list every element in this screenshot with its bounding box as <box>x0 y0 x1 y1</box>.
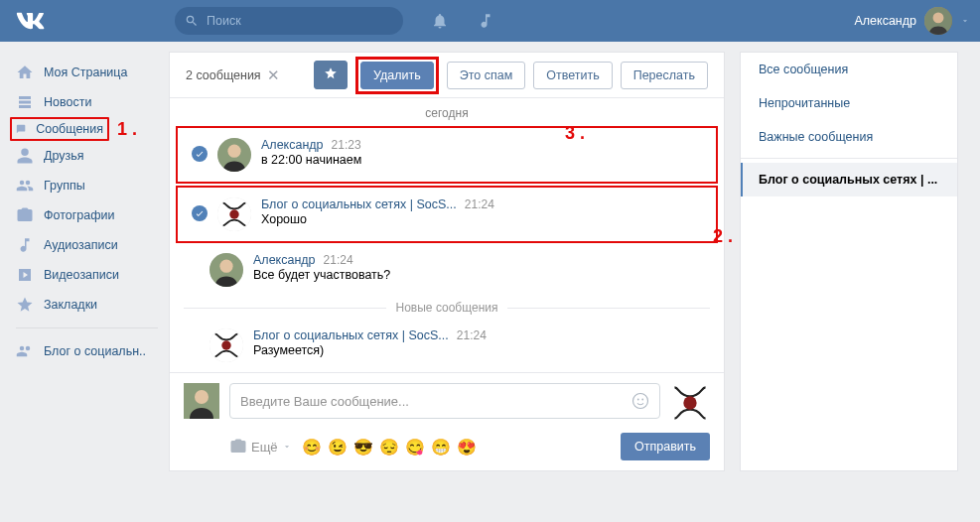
notifications-icon[interactable] <box>431 12 449 30</box>
annotation-1: 1 . <box>117 120 137 138</box>
svg-point-1 <box>933 12 944 23</box>
spam-button[interactable]: Это спам <box>447 62 526 89</box>
attach-button[interactable]: Ещё <box>229 438 292 456</box>
filter-all[interactable]: Все сообщения <box>741 53 957 86</box>
check-icon <box>192 146 208 162</box>
chat-panel: 2 сообщения ✕ Удалить Это спам Ответить … <box>169 52 725 471</box>
message-author[interactable]: Блог о социальных сетях | SocS... <box>253 328 449 342</box>
emoji-icon[interactable] <box>631 392 649 410</box>
send-button[interactable]: Отправить <box>621 433 710 460</box>
nav-groups[interactable]: Группы <box>10 171 164 200</box>
message-author[interactable]: Александр <box>253 253 316 267</box>
right-panel: Все сообщения Непрочитанные Важные сообщ… <box>740 52 958 471</box>
message-time: 21:24 <box>324 253 353 267</box>
compose-input[interactable]: Введите Ваше сообщение... <box>229 383 660 419</box>
nav-news[interactable]: Новости <box>10 87 164 117</box>
star-button[interactable] <box>314 61 348 89</box>
avatar[interactable] <box>217 138 251 172</box>
avatar[interactable] <box>210 253 243 287</box>
svg-point-11 <box>195 390 209 404</box>
search-icon <box>185 14 199 28</box>
nav-label: Друзья <box>44 149 84 163</box>
vk-logo[interactable] <box>16 6 46 36</box>
svg-point-13 <box>637 399 639 401</box>
filter-unread[interactable]: Непрочитанные <box>741 86 957 120</box>
message-time: 21:24 <box>457 328 487 342</box>
nav-photos[interactable]: Фотографии <box>10 200 164 230</box>
nav-audio[interactable]: Аудиозаписи <box>10 230 164 260</box>
compose-area: Введите Ваше сообщение... Ещё 😊😉😎😔😋😁😍 От… <box>170 372 724 470</box>
forward-button[interactable]: Переслать <box>621 62 708 89</box>
svg-point-5 <box>229 209 238 218</box>
delete-button[interactable]: Удалить <box>360 62 434 89</box>
chevron-down-icon <box>960 16 970 26</box>
nav-separator <box>16 327 158 328</box>
left-nav: Моя Страница Новости Сообщения 1 . Друзь… <box>0 52 164 471</box>
message-text: Разумеется) <box>253 342 710 358</box>
avatar <box>924 7 952 35</box>
separator <box>741 158 957 159</box>
svg-point-9 <box>221 340 230 349</box>
nav-label: Моя Страница <box>44 65 127 79</box>
selection-count: 2 сообщения ✕ <box>186 66 280 84</box>
nav-label: Сообщения <box>36 122 103 136</box>
user-menu[interactable]: Александр <box>854 7 970 35</box>
check-icon <box>192 205 208 221</box>
message-text: Хорошо <box>261 211 702 227</box>
message-row[interactable]: Блог о социальных сетях | SocS...21:24 Р… <box>170 319 724 372</box>
nav-community[interactable]: Блог о социальн.. <box>10 336 164 366</box>
message-row[interactable]: Блог о социальных сетях | SocS...21:24 Х… <box>176 186 718 243</box>
nav-label: Фотографии <box>44 208 114 222</box>
nav-friends[interactable]: Друзья <box>10 141 164 171</box>
highlight-delete: Удалить <box>355 57 439 94</box>
reply-button[interactable]: Ответить <box>533 62 612 89</box>
nav-my-page[interactable]: Моя Страница <box>10 58 164 87</box>
nav-label: Закладки <box>44 298 97 312</box>
message-text: в 22:00 начинаем <box>261 152 702 168</box>
new-messages-separator: Новые сообщения <box>184 301 710 315</box>
message-author[interactable]: Александр <box>261 138 324 152</box>
nav-video[interactable]: Видеозаписи <box>10 260 164 290</box>
avatar[interactable] <box>217 197 251 231</box>
nav-label: Группы <box>44 179 85 193</box>
clear-selection-button[interactable]: ✕ <box>267 66 280 84</box>
nav-label: Аудиозаписи <box>44 238 118 252</box>
user-name: Александр <box>854 14 916 28</box>
svg-point-14 <box>641 399 643 401</box>
search-box[interactable] <box>175 7 403 35</box>
message-row[interactable]: Александр21:24 Все будет участвовать? <box>170 243 724 297</box>
compose-placeholder: Введите Ваше сообщение... <box>240 394 409 409</box>
svg-point-3 <box>227 145 240 158</box>
message-author[interactable]: Блог о социальных сетях | SocS... <box>261 197 457 211</box>
filter-active-chat[interactable]: Блог о социальных сетях | ... <box>741 163 957 196</box>
filter-important[interactable]: Важные сообщения <box>741 120 957 154</box>
compose-avatar <box>184 383 219 419</box>
nav-messages[interactable]: Сообщения <box>10 117 109 141</box>
message-text: Все будет участвовать? <box>253 267 710 283</box>
nav-label: Новости <box>44 95 91 109</box>
emoji-picker[interactable]: 😊😉😎😔😋😁😍 <box>302 438 477 457</box>
compose-recipient-avatar[interactable] <box>670 383 710 423</box>
svg-point-12 <box>633 394 648 409</box>
message-time: 21:23 <box>332 138 361 152</box>
avatar[interactable] <box>210 328 243 362</box>
nav-label: Блог о социальн.. <box>44 344 146 358</box>
svg-point-16 <box>683 396 696 409</box>
nav-label: Видеозаписи <box>44 268 119 282</box>
nav-bookmarks[interactable]: Закладки <box>10 290 164 320</box>
action-bar: 2 сообщения ✕ Удалить Это спам Ответить … <box>170 53 724 98</box>
message-time: 21:24 <box>465 197 494 211</box>
svg-point-7 <box>219 260 232 273</box>
chevron-down-icon <box>282 442 292 452</box>
topbar: Александр <box>0 0 980 42</box>
message-row[interactable]: Александр21:23 в 22:00 начинаем <box>176 126 718 184</box>
search-input[interactable] <box>207 14 385 28</box>
music-icon[interactable] <box>477 12 494 30</box>
date-separator: сегодня <box>170 98 724 126</box>
